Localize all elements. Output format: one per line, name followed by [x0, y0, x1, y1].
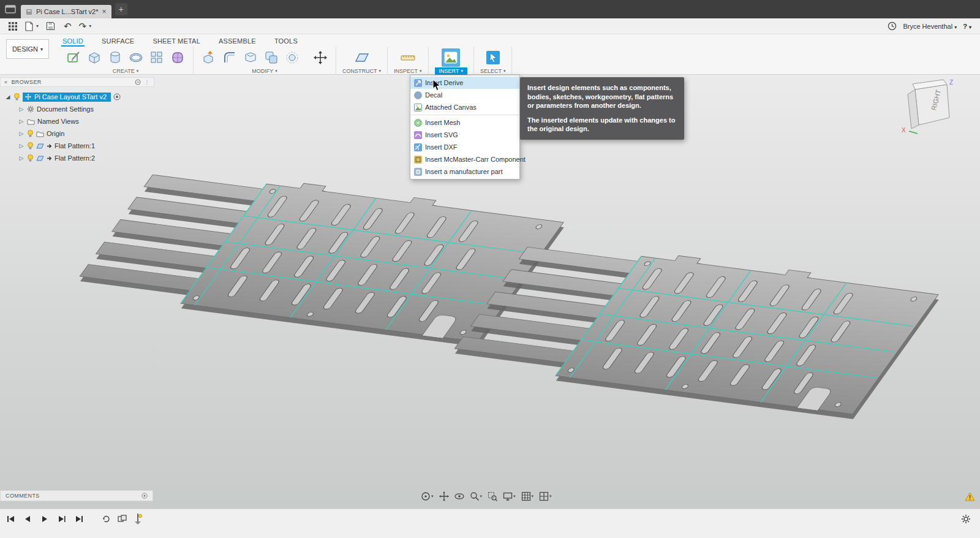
visibility-bulb-icon[interactable]	[27, 142, 34, 150]
redo-icon[interactable]: ↷	[79, 21, 87, 31]
menu-item-insert-mesh[interactable]: Insert Mesh	[410, 116, 519, 129]
timeline-play-icon[interactable]	[39, 513, 50, 525]
tree-item-origin[interactable]: ▷ Origin	[0, 127, 154, 140]
group-select-dropdown[interactable]: SELECT▾	[480, 68, 506, 74]
tab-solid[interactable]: SOLID	[61, 37, 85, 47]
tab-assemble[interactable]: ASSEMBLE	[217, 37, 257, 47]
file-menu-icon[interactable]	[24, 21, 34, 31]
timeline-loop-icon[interactable]	[100, 513, 111, 525]
insert-icon[interactable]	[442, 48, 460, 67]
display-settings-icon[interactable]: ▾	[501, 490, 518, 502]
expand-icon[interactable]: ▷	[18, 143, 24, 149]
timeline-settings-gear-icon[interactable]	[960, 513, 971, 525]
menu-item-insert-derive[interactable]: Insert Derive	[410, 77, 519, 89]
menu-item-attached-canvas[interactable]: Attached Canvas	[410, 101, 519, 113]
modify-combine-icon[interactable]	[262, 48, 281, 67]
tab-sheet-metal[interactable]: SHEET METAL	[151, 37, 202, 47]
menu-item-decal[interactable]: Decal	[410, 89, 519, 101]
inspect-measure-icon[interactable]	[399, 48, 417, 67]
timeline-groups-icon[interactable]	[116, 513, 127, 525]
save-icon[interactable]	[46, 21, 55, 31]
view-cube[interactable]: Z RIGHT X	[897, 76, 964, 137]
modify-offset-icon[interactable]	[283, 48, 301, 67]
file-menu-caret[interactable]: ▾	[36, 23, 39, 29]
tree-root-row[interactable]: ◢ Pi Case Layout STart v2	[0, 91, 154, 103]
look-at-icon[interactable]	[453, 490, 466, 502]
viewports-icon[interactable]: ▾	[537, 490, 554, 502]
timeline-step-back-icon[interactable]	[22, 513, 33, 525]
group-modify: MODIFY▾	[194, 47, 336, 75]
expand-icon[interactable]: ▷	[18, 106, 24, 112]
timeline-go-to-start-icon[interactable]	[5, 513, 16, 525]
expand-icon[interactable]: ▷	[18, 155, 24, 161]
undo-icon[interactable]: ↶	[64, 21, 72, 31]
create-torus-icon[interactable]	[127, 48, 145, 67]
visibility-bulb-icon[interactable]	[27, 130, 34, 138]
orbit-icon[interactable]: ▾	[419, 490, 435, 502]
app-grid-icon[interactable]	[9, 22, 17, 31]
comments-label: COMMENTS	[6, 493, 40, 499]
menu-item-insert-manufacturer-part[interactable]: Insert a manufacturer part	[410, 165, 519, 178]
group-modify-dropdown[interactable]: MODIFY▾	[252, 68, 277, 74]
tree-item-flat-pattern-2[interactable]: ▷ Flat Pattern:2	[0, 152, 154, 164]
zoom-window-icon[interactable]	[486, 490, 499, 502]
timeline-go-to-end-icon[interactable]	[74, 513, 85, 525]
visibility-bulb-icon[interactable]	[27, 154, 34, 162]
zoom-icon[interactable]: ▾	[468, 490, 484, 502]
root-expand-icon[interactable]: ◢	[5, 94, 11, 100]
group-create-dropdown[interactable]: CREATE▾	[113, 68, 138, 74]
create-pattern-icon[interactable]	[148, 48, 166, 67]
timeline-step-forward-icon[interactable]	[56, 513, 67, 525]
root-visibility-bulb-icon[interactable]	[13, 93, 20, 101]
redo-caret[interactable]: ▾	[89, 23, 91, 29]
browser-collapse-icon[interactable]: «	[4, 79, 7, 85]
close-tab-icon[interactable]: ×	[102, 7, 107, 16]
menu-item-insert-svg[interactable]: Insert SVG	[410, 129, 519, 141]
create-sketch-icon[interactable]	[64, 48, 83, 67]
create-box-icon[interactable]	[85, 48, 104, 67]
create-cylinder-icon[interactable]	[106, 48, 124, 67]
menu-item-insert-mcmaster-carr[interactable]: Insert McMaster-Carr Component	[410, 153, 519, 165]
browser-panel-header[interactable]: « BROWSER ⋮	[0, 77, 154, 87]
browser-minimize-icon[interactable]	[135, 79, 141, 85]
attached-canvas-icon	[414, 104, 422, 112]
construct-plane-icon[interactable]	[353, 48, 371, 67]
modify-shell-icon[interactable]	[241, 48, 260, 67]
group-inspect-dropdown[interactable]: INSPECT▾	[394, 68, 422, 74]
modify-fillet-icon[interactable]	[221, 48, 239, 67]
browser-drag-handle[interactable]: ⋮	[145, 79, 150, 85]
user-account-menu[interactable]: Bryce Heventhal ▾	[903, 23, 957, 30]
tab-tools[interactable]: TOOLS	[273, 37, 299, 47]
job-status-clock-icon[interactable]	[888, 21, 897, 31]
modify-move-icon[interactable]	[311, 48, 330, 67]
document-tab[interactable]: Pi Case L...STart v2* ×	[21, 5, 111, 18]
pan-icon[interactable]	[437, 490, 451, 502]
group-insert-dropdown[interactable]: INSERT▾	[435, 67, 467, 75]
tree-item-named-views[interactable]: ▷ Named Views	[0, 115, 154, 127]
expand-icon[interactable]: ▷	[18, 131, 24, 137]
create-form-icon[interactable]	[168, 48, 187, 67]
warning-icon[interactable]	[965, 492, 975, 501]
tree-item-flat-pattern-1[interactable]: ▷ Flat Pattern:1	[0, 140, 154, 152]
select-icon[interactable]	[484, 48, 502, 67]
new-tab-button[interactable]: +	[115, 3, 127, 15]
group-construct-dropdown[interactable]: CONSTRUCT▾	[342, 68, 381, 74]
mouse-cursor	[432, 79, 441, 91]
menu-item-insert-dxf[interactable]: Insert DXF	[410, 141, 519, 153]
root-selected-chip[interactable]: Pi Case Layout STart v2	[23, 93, 111, 102]
tab-surface[interactable]: SURFACE	[100, 37, 135, 47]
modify-press-pull-icon[interactable]	[200, 48, 218, 67]
workspace-switcher[interactable]: DESIGN▾	[6, 39, 49, 59]
expand-icon[interactable]: ▷	[18, 118, 24, 124]
app-window-icon	[5, 5, 16, 13]
activate-component-radio[interactable]	[113, 93, 121, 100]
timeline-position-marker[interactable]	[132, 513, 143, 525]
model-viewport[interactable]: « BROWSER ⋮ ◢ Pi Case Layout STart v2 ▷ …	[0, 75, 980, 509]
comments-bar[interactable]: COMMENTS	[0, 490, 153, 501]
layout-grid-icon[interactable]: ▾	[519, 490, 536, 502]
tree-item-document-settings[interactable]: ▷ Document Settings	[0, 103, 154, 115]
help-menu[interactable]: ? ▾	[963, 23, 971, 30]
comments-toggle-icon[interactable]	[141, 493, 148, 499]
flat-pattern-icon	[36, 143, 44, 150]
insert-manufacturer-part-icon	[414, 168, 422, 176]
